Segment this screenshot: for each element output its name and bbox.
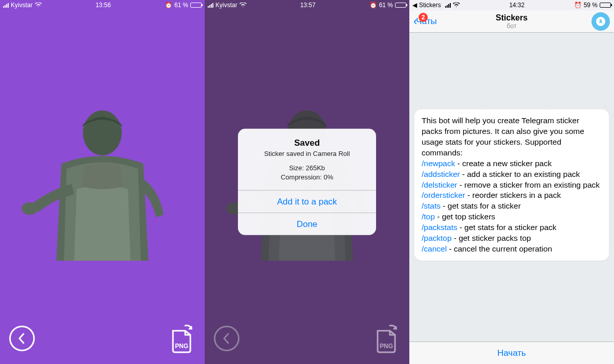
svg-text:PNG: PNG <box>380 343 393 350</box>
back-to-chats-button[interactable]: ‹ 2 Чаты <box>413 15 437 28</box>
wifi-icon <box>35 3 42 8</box>
unread-badge: 2 <box>419 13 428 22</box>
command-desc: - add a sticker to an existing pack <box>460 170 580 178</box>
command-desc: - get stats for a sticker <box>441 201 521 210</box>
command-desc: - remove a sticker from an existing pack <box>457 180 600 189</box>
command-desc: - get sticker packs top <box>452 234 531 242</box>
breadcrumb-back-icon[interactable]: ◀ <box>412 2 417 9</box>
export-png-button[interactable]: PNG <box>168 324 195 353</box>
export-png-button[interactable]: PNG <box>372 324 400 353</box>
svg-point-7 <box>600 20 602 22</box>
chat-body[interactable]: This bot will help you create Telegram s… <box>409 33 614 342</box>
back-button[interactable] <box>9 326 35 351</box>
command-link[interactable]: /top <box>422 212 435 221</box>
signal-icon <box>208 3 213 8</box>
command-link[interactable]: /packtop <box>422 234 452 242</box>
battery-icon <box>395 3 406 8</box>
sticker-preview-image <box>0 87 205 261</box>
chat-title: Stickers бот <box>409 13 614 30</box>
telegram-chat-screen: ◀ Stickers 14:32 ⏰ 59 % ‹ 2 Чаты Sticker… <box>409 0 614 364</box>
command-link[interactable]: /stats <box>422 201 441 210</box>
command-link[interactable]: /cancel <box>422 244 447 253</box>
battery-pct: 61 % <box>379 2 393 9</box>
wifi-icon <box>453 3 460 8</box>
bot-message: This bot will help you create Telegram s… <box>414 109 609 261</box>
add-to-pack-button[interactable]: Add it to a pack <box>238 190 376 213</box>
sticker-saved-screen: Kyivstar 13:57 ⏰ 61 % PNG Saved Sticker … <box>205 0 409 364</box>
alert-title: Saved <box>246 138 368 148</box>
status-time: 13:57 <box>300 2 316 9</box>
chat-title-sub: бот <box>409 22 614 30</box>
alarm-icon: ⏰ <box>165 2 172 9</box>
status-time: 13:56 <box>96 2 111 9</box>
command-link[interactable]: /delsticker <box>422 180 457 189</box>
back-button[interactable] <box>214 326 239 351</box>
start-button[interactable]: Начать <box>409 342 614 364</box>
svg-text:PNG: PNG <box>175 343 188 350</box>
bot-avatar[interactable] <box>591 12 610 31</box>
command-link[interactable]: /ordersticker <box>422 191 465 199</box>
command-desc: - get top stickers <box>435 212 495 221</box>
done-button[interactable]: Done <box>238 213 376 235</box>
alarm-icon: ⏰ <box>574 2 582 9</box>
status-bar: Kyivstar 13:56 ⏰ 61 % <box>0 0 205 10</box>
alert-message: Sticker saved in Camera Roll <box>246 150 368 157</box>
chat-title-main: Stickers <box>409 13 614 22</box>
battery-pct: 61 % <box>174 2 188 9</box>
command-link[interactable]: /newpack <box>422 159 455 168</box>
battery-icon <box>600 3 611 8</box>
svg-point-1 <box>21 202 38 215</box>
battery-pct: 59 % <box>584 2 598 9</box>
status-bar: Kyivstar 13:57 ⏰ 61 % <box>205 0 409 10</box>
carrier-label: Kyivstar <box>215 2 237 9</box>
signal-icon <box>445 3 451 8</box>
status-bar: ◀ Stickers 14:32 ⏰ 59 % <box>409 0 614 10</box>
command-desc: - create a new sticker pack <box>455 159 552 168</box>
alert-compression: Compression: 0% <box>246 173 368 182</box>
command-desc: - cancel the current operation <box>447 244 552 253</box>
nav-bar: ‹ 2 Чаты Stickers бот <box>409 10 614 33</box>
carrier-label: Kyivstar <box>11 2 33 9</box>
sticker-editor-screen: Kyivstar 13:56 ⏰ 61 % PNG <box>0 0 205 364</box>
command-link[interactable]: /packstats <box>422 223 457 232</box>
status-time: 14:32 <box>509 2 524 9</box>
battery-icon <box>190 3 202 8</box>
alert-size: Size: 265Kb <box>246 164 368 173</box>
breadcrumb-app[interactable]: Stickers <box>419 2 441 9</box>
command-link[interactable]: /addsticker <box>422 170 460 178</box>
command-desc: - reorder stickers in a pack <box>465 191 561 199</box>
command-desc: - get stats for a sticker pack <box>457 223 557 232</box>
wifi-icon <box>239 3 247 8</box>
saved-alert: Saved Sticker saved in Camera Roll Size:… <box>238 129 376 235</box>
signal-icon <box>3 3 9 8</box>
alarm-icon: ⏰ <box>369 2 377 9</box>
